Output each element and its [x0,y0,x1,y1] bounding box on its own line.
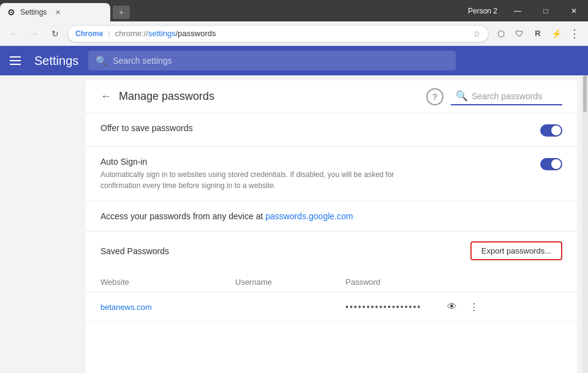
hamburger-menu-button[interactable] [10,56,24,65]
titlebar: ⚙ Settings ✕ + Person 2 — □ ✕ [0,0,588,21]
auto-signin-setting: Auto Sign-in Automatically sign in to we… [86,147,577,202]
saved-passwords-header: Saved Passwords Export passwords... [100,241,562,260]
vertical-dots-icon: ⋮ [469,301,479,313]
settings-search-bar[interactable]: 🔍 [88,51,456,70]
new-tab-button[interactable]: + [113,6,130,19]
passwords-header: ← Manage passwords ? 🔍 [86,80,577,113]
titlebar-user: Person 2 [468,7,497,15]
passwords-google-link[interactable]: passwords.google.com [265,211,353,221]
auto-signin-label: Auto Sign-in [100,157,540,167]
tab-close-button[interactable]: ✕ [55,9,61,17]
search-passwords-field[interactable]: 🔍 [451,88,562,105]
website-column-header: Website [100,277,235,287]
page-title: Manage passwords [119,90,419,103]
settings-header: Settings 🔍 [0,46,588,75]
forward-icon: → [30,29,39,39]
chrome-logo: Chrome [75,29,103,38]
auto-signin-content: Auto Sign-in Automatically sign in to we… [100,157,540,191]
settings-search-icon: 🔍 [96,55,108,67]
extension-icon-3[interactable]: R [529,25,546,42]
settings-search-input[interactable] [113,56,448,66]
actions-column-header [443,277,562,287]
addressbar: ← → ↻ Chrome | chrome://settings/passwor… [0,21,588,46]
table-row-actions: 👁 ⋮ [443,298,562,315]
access-passwords-row: Access your passwords from any device at… [86,202,577,232]
extension-icon-2[interactable]: 🛡 [511,25,528,42]
offer-save-setting: Offer to save passwords [86,113,577,147]
active-tab[interactable]: ⚙ Settings ✕ [0,3,110,21]
access-text: Access your passwords from any device at [100,211,265,221]
back-icon: ← [9,29,18,39]
back-button[interactable]: ← [5,25,22,42]
minimize-button[interactable]: — [503,0,532,21]
main-layout: ← Manage passwords ? 🔍 Offer to save pas… [0,75,588,373]
question-mark-icon: ? [432,92,438,102]
settings-page-title: Settings [34,54,78,68]
passwords-table-header: Website Username Password [86,273,577,292]
website-cell[interactable]: betanews.com [100,303,235,312]
tab-favicon: ⚙ [7,7,15,17]
search-passwords-input[interactable] [472,91,557,101]
password-column-header: Password [345,277,443,287]
auto-signin-description: Automatically sign in to websites using … [100,169,419,191]
table-row: betanews.com •••••••••••••••••• 👁 ⋮ [86,292,577,322]
content-area: ← Manage passwords ? 🔍 Offer to save pas… [86,80,577,373]
show-password-button[interactable]: 👁 [443,298,461,315]
titlebar-controls: Person 2 — □ ✕ [468,0,588,21]
vertical-dots-icon: ⋮ [569,27,580,40]
forward-button[interactable]: → [26,25,43,42]
maximize-button[interactable]: □ [532,0,560,21]
sidebar [0,75,86,373]
eye-icon: 👁 [447,301,457,312]
scrollbar-track[interactable] [582,75,588,373]
export-passwords-button[interactable]: Export passwords... [470,241,562,260]
username-column-header: Username [235,277,345,287]
extension-icon-4[interactable]: ⚡ [548,25,565,42]
offer-save-content: Offer to save passwords [100,123,540,135]
chrome-menu-button[interactable]: ⋮ [566,25,583,42]
tab-bar: ⚙ Settings ✕ + [0,0,468,21]
password-cell: •••••••••••••••••• [345,302,443,312]
extension-icon-1[interactable]: ⬡ [492,25,510,42]
toggle-thumb [551,126,561,135]
toolbar-icons: ⬡ 🛡 R ⚡ ⋮ [492,25,583,42]
address-divider: | [108,29,110,38]
saved-passwords-title: Saved Passwords [100,246,470,256]
offer-save-toggle[interactable] [540,124,562,137]
address-url: chrome://settings/passwords [115,29,469,38]
search-passwords-icon: 🔍 [456,90,468,102]
url-protocol: chrome:// [115,29,148,38]
url-settings: settings [148,29,176,38]
bookmark-star-icon[interactable]: ☆ [473,29,481,39]
help-button[interactable]: ? [426,88,443,105]
scrollbar-thumb[interactable] [583,75,587,112]
refresh-icon: ↻ [51,29,59,39]
address-field[interactable]: Chrome | chrome://settings/passwords ☆ [67,25,489,42]
offer-save-label: Offer to save passwords [100,123,540,133]
new-tab-icon: + [119,7,124,17]
more-options-button[interactable]: ⋮ [466,298,483,315]
back-to-settings-button[interactable]: ← [100,90,111,103]
saved-passwords-section: Saved Passwords Export passwords... [86,232,577,273]
auto-signin-toggle-thumb [551,159,561,169]
tab-title: Settings [20,8,47,17]
url-path: /passwords [176,29,216,38]
close-button[interactable]: ✕ [560,0,588,21]
refresh-button[interactable]: ↻ [47,25,64,42]
auto-signin-toggle[interactable] [540,158,562,170]
